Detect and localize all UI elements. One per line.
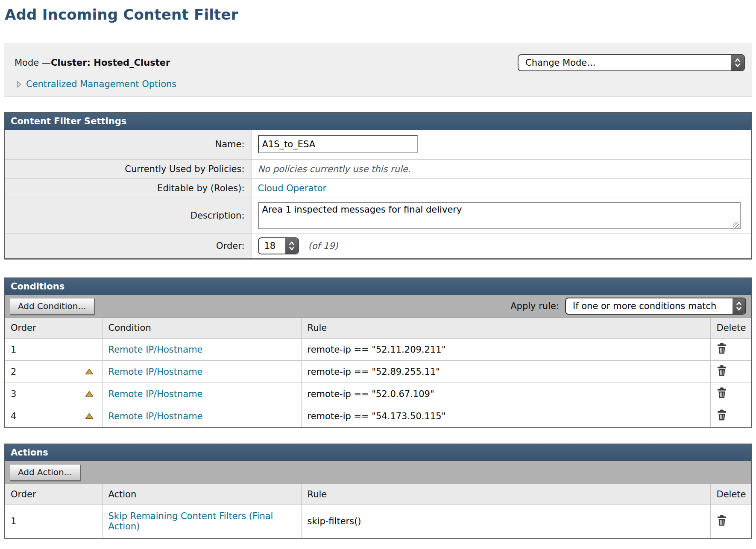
policies-label: Currently Used by Policies: — [5, 159, 252, 178]
select-stepper-icon[interactable] — [733, 298, 745, 314]
apply-rule-select[interactable]: If one or more conditions match — [565, 298, 746, 315]
order-select[interactable]: 18 — [258, 237, 299, 254]
page: Add Incoming Content Filter Mode —Cluste… — [0, 0, 756, 549]
actions-panel: Actions Add Action... Order Action Rule … — [4, 444, 752, 539]
add-action-button[interactable]: Add Action... — [10, 464, 80, 481]
trash-icon[interactable] — [717, 409, 727, 421]
order-select-value: 18 — [259, 241, 285, 251]
actions-col-action: Action — [102, 484, 301, 505]
trash-icon[interactable] — [717, 343, 727, 354]
conditions-panel-header: Conditions — [5, 278, 751, 295]
condition-row: 4 Remote IP/Hostname remote-ip == "54.17… — [5, 405, 751, 427]
condition-order: 3 — [11, 389, 16, 399]
condition-link[interactable]: Remote IP/Hostname — [108, 345, 203, 355]
condition-rule: remote-ip == "54.173.50.115" — [308, 411, 446, 421]
condition-row: 3 Remote IP/Hostname remote-ip == "52.0.… — [5, 383, 751, 405]
actions-table: Order Action Rule Delete 1 Skip Remainin… — [5, 484, 751, 538]
conditions-panel: Conditions Add Condition... Apply rule: … — [4, 277, 752, 429]
condition-rule: remote-ip == "52.11.209.211" — [308, 345, 446, 355]
change-mode-select-value: Change Mode... — [519, 58, 731, 68]
condition-order: 4 — [11, 411, 16, 421]
actions-col-delete: Delete — [710, 484, 751, 505]
condition-link[interactable]: Remote IP/Hostname — [108, 367, 203, 377]
order-of-note: (of 19) — [308, 241, 338, 251]
mode-label: Mode — — [15, 58, 51, 68]
select-stepper-icon[interactable] — [285, 238, 298, 254]
conditions-toolbar: Add Condition... Apply rule: If one or m… — [5, 295, 751, 318]
description-label: Description: — [5, 198, 252, 233]
policies-value: No policies currently use this rule. — [258, 164, 411, 174]
action-row: 1 Skip Remaining Content Filters (Final … — [5, 505, 751, 538]
conditions-table: Order Condition Rule Delete 1 Remote IP/… — [5, 318, 751, 427]
mode-text: Mode —Cluster: Hosted_Cluster — [15, 58, 170, 68]
action-order: 1 — [11, 516, 16, 526]
name-label: Name: — [5, 130, 252, 159]
actions-col-order: Order — [5, 484, 102, 505]
settings-table: Name: Currently Used by Policies: No pol… — [5, 130, 751, 258]
condition-rule: remote-ip == "52.0.67.109" — [308, 389, 434, 399]
trash-icon[interactable] — [717, 365, 727, 376]
name-input[interactable] — [258, 135, 418, 153]
trash-icon[interactable] — [717, 515, 727, 526]
move-up-icon[interactable] — [85, 368, 94, 375]
trash-icon[interactable] — [717, 387, 727, 398]
conditions-col-delete: Delete — [710, 318, 751, 339]
disclosure-triangle-icon[interactable] — [16, 80, 22, 88]
select-stepper-icon[interactable] — [731, 55, 744, 70]
cloud-operator-link[interactable]: Cloud Operator — [258, 183, 327, 193]
order-label: Order: — [5, 233, 252, 258]
action-link[interactable]: Skip Remaining Content Filters (Final Ac… — [108, 511, 273, 531]
centralized-management-options-link[interactable]: Centralized Management Options — [26, 79, 176, 89]
page-title: Add Incoming Content Filter — [5, 6, 752, 23]
actions-col-rule: Rule — [301, 484, 710, 505]
resize-grip-icon[interactable] — [733, 222, 739, 228]
conditions-col-rule: Rule — [301, 318, 710, 339]
description-textarea[interactable]: Area 1 inspected messages for final deli… — [258, 202, 741, 229]
apply-rule-label: Apply rule: — [510, 301, 559, 311]
actions-panel-header: Actions — [5, 444, 751, 461]
change-mode-select[interactable]: Change Mode... — [518, 54, 745, 71]
conditions-col-order: Order — [5, 318, 102, 339]
move-up-icon[interactable] — [85, 413, 94, 419]
content-filter-settings-panel: Content Filter Settings Name: Currently … — [4, 112, 752, 260]
settings-panel-header: Content Filter Settings — [5, 113, 751, 130]
actions-toolbar: Add Action... — [5, 461, 751, 484]
editable-roles-label: Editable by (Roles): — [5, 178, 252, 198]
move-up-icon[interactable] — [85, 391, 94, 397]
condition-order: 1 — [11, 345, 16, 355]
action-rule: skip-filters() — [308, 516, 361, 526]
condition-link[interactable]: Remote IP/Hostname — [108, 411, 203, 421]
mode-cluster-value: Cluster: Hosted_Cluster — [51, 58, 170, 68]
apply-rule-select-value: If one or more conditions match — [566, 301, 733, 311]
condition-row: 2 Remote IP/Hostname remote-ip == "52.89… — [5, 361, 751, 383]
condition-rule: remote-ip == "52.89.255.11" — [308, 367, 440, 377]
add-condition-button[interactable]: Add Condition... — [10, 298, 94, 315]
conditions-col-condition: Condition — [102, 318, 301, 339]
mode-panel: Mode —Cluster: Hosted_Cluster Change Mod… — [4, 43, 752, 97]
condition-link[interactable]: Remote IP/Hostname — [108, 389, 203, 399]
condition-row: 1 Remote IP/Hostname remote-ip == "52.11… — [5, 339, 751, 361]
condition-order: 2 — [11, 367, 16, 377]
